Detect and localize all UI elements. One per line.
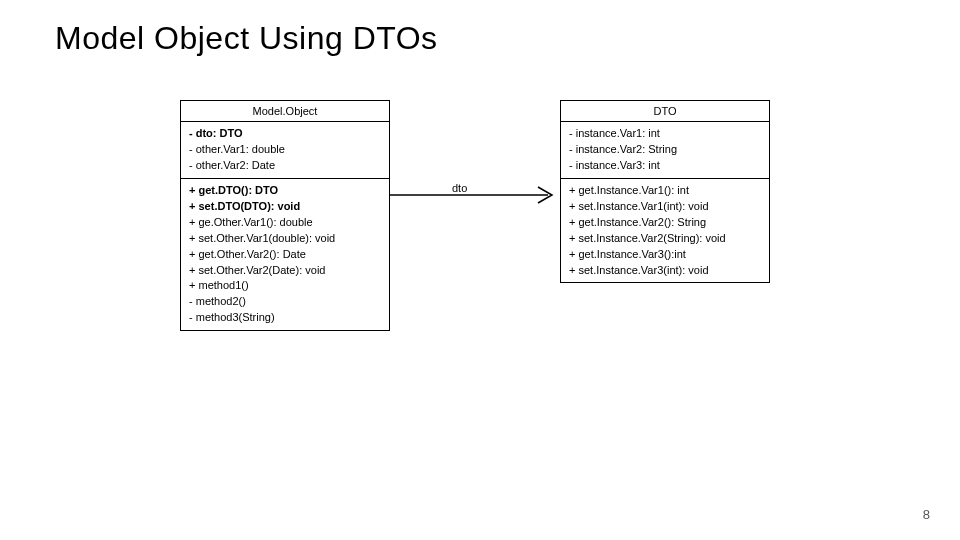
association-arrow-icon	[390, 180, 560, 210]
slide: Model Object Using DTOs Model.Object - d…	[0, 0, 960, 540]
uml-member: - other.Var1: double	[189, 142, 381, 158]
uml-class-dto: DTO - instance.Var1: int- instance.Var2:…	[560, 100, 770, 283]
uml-operations: + get.DTO(): DTO+ set.DTO(DTO): void+ ge…	[181, 179, 389, 330]
uml-class-modelobject: Model.Object - dto: DTO- other.Var1: dou…	[180, 100, 390, 331]
slide-title: Model Object Using DTOs	[55, 20, 438, 57]
uml-member: + set.Instance.Var1(int): void	[569, 199, 761, 215]
uml-member: + get.Instance.Var3():int	[569, 247, 761, 263]
uml-class-name: DTO	[561, 101, 769, 122]
uml-member: + set.Other.Var2(Date): void	[189, 263, 381, 279]
uml-member: + get.Instance.Var1(): int	[569, 183, 761, 199]
uml-member: - other.Var2: Date	[189, 158, 381, 174]
association-label: dto	[450, 182, 469, 194]
uml-member: - instance.Var2: String	[569, 142, 761, 158]
uml-member: + set.Other.Var1(double): void	[189, 231, 381, 247]
uml-member: - method3(String)	[189, 310, 381, 326]
uml-attributes: - dto: DTO- other.Var1: double- other.Va…	[181, 122, 389, 179]
page-number: 8	[923, 507, 930, 522]
uml-member: - instance.Var1: int	[569, 126, 761, 142]
uml-operations: + get.Instance.Var1(): int+ set.Instance…	[561, 179, 769, 283]
uml-member: + method1()	[189, 278, 381, 294]
uml-attributes: - instance.Var1: int- instance.Var2: Str…	[561, 122, 769, 179]
uml-member: + get.Other.Var2(): Date	[189, 247, 381, 263]
uml-member: + set.DTO(DTO): void	[189, 199, 381, 215]
uml-member: + set.Instance.Var2(String): void	[569, 231, 761, 247]
uml-member: - dto: DTO	[189, 126, 381, 142]
uml-diagram: Model.Object - dto: DTO- other.Var1: dou…	[180, 100, 820, 420]
uml-member: + set.Instance.Var3(int): void	[569, 263, 761, 279]
uml-member: + get.Instance.Var2(): String	[569, 215, 761, 231]
uml-member: + ge.Other.Var1(): double	[189, 215, 381, 231]
uml-class-name: Model.Object	[181, 101, 389, 122]
uml-member: - instance.Var3: int	[569, 158, 761, 174]
uml-member: + get.DTO(): DTO	[189, 183, 381, 199]
uml-member: - method2()	[189, 294, 381, 310]
